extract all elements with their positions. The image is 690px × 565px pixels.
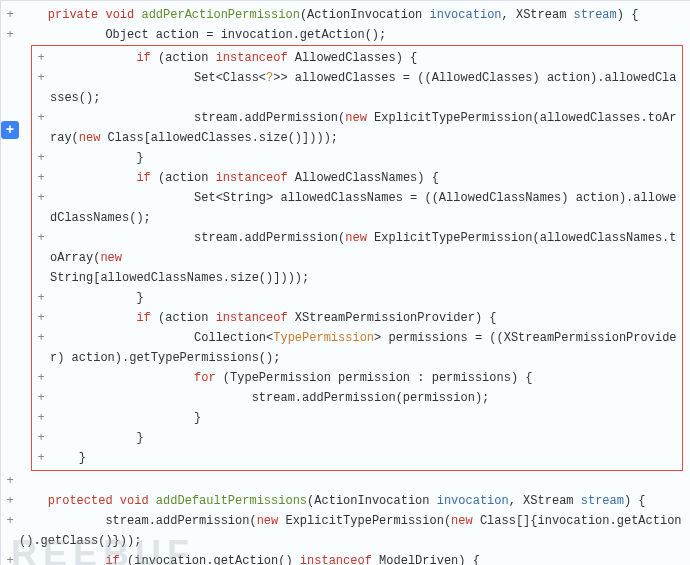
diff-sign: + bbox=[1, 491, 19, 511]
diff-sign: + bbox=[32, 408, 50, 428]
line-content: Set<String> allowedClassNames = ((Allowe… bbox=[50, 188, 682, 228]
code-line: + if (action instanceof XStreamPermissio… bbox=[32, 308, 682, 328]
line-content: } bbox=[50, 148, 682, 168]
diff-sign: + bbox=[32, 188, 50, 208]
diff-sign: + bbox=[32, 108, 50, 128]
line-content: } bbox=[50, 428, 682, 448]
diff-sign: + bbox=[32, 388, 50, 408]
line-content: for (TypePermission permission : permiss… bbox=[50, 368, 682, 388]
code-line: + Set<Class<?>> allowedClasses = ((Allow… bbox=[32, 68, 682, 108]
code-line: + private void addPerActionPermission(Ac… bbox=[1, 5, 690, 25]
code-line: + stream.addPermission(new ExplicitTypeP… bbox=[32, 108, 682, 148]
code-line: + stream.addPermission(new ExplicitTypeP… bbox=[32, 228, 682, 268]
diff-sign: + bbox=[32, 148, 50, 168]
line-content: } bbox=[50, 408, 682, 428]
code-line: + for (TypePermission permission : permi… bbox=[32, 368, 682, 388]
line-content: } bbox=[50, 448, 682, 468]
code-line: + Set<String> allowedClassNames = ((Allo… bbox=[32, 188, 682, 228]
code-line: String[allowedClassNames.size()]))); bbox=[32, 268, 682, 288]
line-content: if (action instanceof AllowedClasses) { bbox=[50, 48, 682, 68]
diff-sign: + bbox=[32, 48, 50, 68]
diff-sign: + bbox=[32, 428, 50, 448]
code-line: + protected void addDefaultPermissions(A… bbox=[1, 491, 690, 511]
diff-sign: + bbox=[1, 471, 19, 491]
line-content: stream.addPermission(new ExplicitTypePer… bbox=[50, 108, 682, 148]
code-line: + if (action instanceof AllowedClassName… bbox=[32, 168, 682, 188]
code-line: + } bbox=[32, 408, 682, 428]
code-line: + bbox=[1, 471, 690, 491]
line-content: stream.addPermission(new ExplicitTypePer… bbox=[50, 228, 682, 268]
code-line: + if (action instanceof AllowedClasses) … bbox=[32, 48, 682, 68]
code-line: + } bbox=[32, 448, 682, 468]
code-line: + } bbox=[32, 428, 682, 448]
watermark-text: REEBUF bbox=[11, 544, 195, 564]
diff-sign: + bbox=[1, 25, 19, 45]
code-line: + stream.addPermission(permission); bbox=[32, 388, 682, 408]
line-content: private void addPerActionPermission(Acti… bbox=[19, 5, 690, 25]
diff-sign: + bbox=[32, 308, 50, 328]
code-line: + } bbox=[32, 148, 682, 168]
code-block: + private void addPerActionPermission(Ac… bbox=[1, 1, 690, 565]
diff-sign: + bbox=[32, 288, 50, 308]
diff-sign: + bbox=[1, 511, 19, 531]
code-line: + } bbox=[32, 288, 682, 308]
code-line: + Collection<TypePermission> permissions… bbox=[32, 328, 682, 368]
diff-sign: + bbox=[32, 228, 50, 248]
line-content: stream.addPermission(permission); bbox=[50, 388, 682, 408]
diff-sign: + bbox=[32, 368, 50, 388]
code-viewer: { "watermark": "REEBUF", "addbtn": "+", … bbox=[0, 0, 690, 565]
line-content: Collection<TypePermission> permissions =… bbox=[50, 328, 682, 368]
diff-sign: + bbox=[32, 68, 50, 88]
code-line: + Object action = invocation.getAction()… bbox=[1, 25, 690, 45]
diff-sign: + bbox=[32, 448, 50, 468]
line-content: String[allowedClassNames.size()]))); bbox=[50, 268, 682, 288]
line-content: protected void addDefaultPermissions(Act… bbox=[19, 491, 690, 511]
diff-sign: + bbox=[32, 328, 50, 348]
line-content: Object action = invocation.getAction(); bbox=[19, 25, 690, 45]
line-content: if (action instanceof XStreamPermissionP… bbox=[50, 308, 682, 328]
diff-sign: + bbox=[1, 5, 19, 25]
line-content: if (action instanceof AllowedClassNames)… bbox=[50, 168, 682, 188]
line-content: Set<Class<?>> allowedClasses = ((Allowed… bbox=[50, 68, 682, 108]
highlight-block-1: + if (action instanceof AllowedClasses) … bbox=[31, 45, 683, 471]
add-marker-icon[interactable]: + bbox=[1, 121, 19, 139]
diff-sign: + bbox=[32, 168, 50, 188]
line-content: } bbox=[50, 288, 682, 308]
